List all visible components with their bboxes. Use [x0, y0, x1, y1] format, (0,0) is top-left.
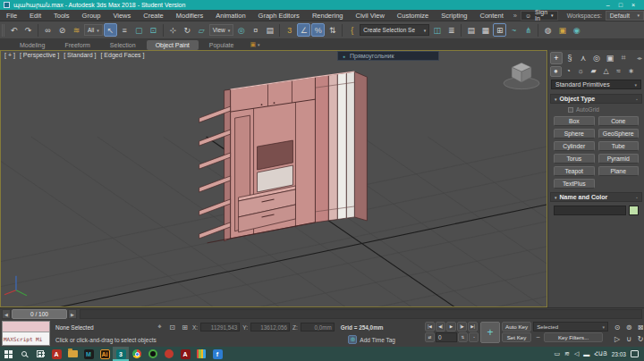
render-setup-icon[interactable]: ◍: [541, 23, 555, 37]
menu-graph-editors[interactable]: Graph Editors: [252, 10, 306, 21]
lights-category-icon[interactable]: ☼: [575, 66, 587, 77]
taskbar-app-store[interactable]: [193, 347, 209, 361]
ribbon-tab-object-paint[interactable]: Object Paint: [147, 40, 199, 50]
select-and-scale-icon[interactable]: ▱: [195, 23, 208, 37]
time-slider-handle[interactable]: 0 / 100: [12, 309, 67, 319]
previous-frame-button[interactable]: ◀|: [436, 322, 445, 332]
menu-content[interactable]: Content: [473, 10, 509, 21]
power-tray-icon[interactable]: ▭: [554, 350, 560, 357]
menu-edit[interactable]: Edit: [23, 10, 47, 21]
percent-snap-toggle-icon[interactable]: %: [311, 23, 325, 37]
material-editor-icon[interactable]: ⊞: [493, 23, 506, 37]
menubar-overflow-icon[interactable]: »: [510, 12, 521, 20]
menu-create[interactable]: Create: [137, 10, 170, 21]
taskbar-app-green[interactable]: [145, 347, 161, 361]
primitive-type-dropdown[interactable]: Standard Primitives ▾: [551, 80, 641, 89]
plane-button[interactable]: Plane: [598, 166, 640, 176]
go-to-end-button[interactable]: ▶|: [468, 322, 478, 332]
taskbar-app-red[interactable]: [161, 347, 177, 361]
cylinder-button[interactable]: Cylinder: [554, 141, 595, 151]
key-filters-button[interactable]: Key Filters...: [544, 332, 603, 342]
field-of-view-icon[interactable]: ▷: [612, 333, 623, 344]
name-and-color-rollout[interactable]: ▾ Name and Color ▪: [550, 192, 642, 202]
z-coordinate-field[interactable]: 0,0mm: [301, 323, 335, 332]
motion-tab[interactable]: ◎: [590, 52, 603, 64]
hierarchy-tab[interactable]: ⋏: [577, 52, 589, 64]
time-forward-button[interactable]: ▶: [68, 309, 77, 319]
keyboard-tray-icon[interactable]: ▬: [583, 351, 589, 357]
volume-tray-icon[interactable]: ◁: [574, 350, 579, 357]
x-coordinate-field[interactable]: 11291,543: [200, 323, 240, 332]
helpers-category-icon[interactable]: △: [600, 66, 612, 77]
network-tray-icon[interactable]: ≋: [564, 350, 570, 357]
redo-button[interactable]: ↷: [21, 23, 35, 37]
torus-button[interactable]: Torus: [554, 154, 595, 164]
ribbon-tab-freeform[interactable]: Freeform: [55, 40, 98, 50]
box-button[interactable]: Box: [554, 116, 595, 126]
track-bar[interactable]: [80, 309, 642, 319]
taskbar-app-reader[interactable]: A: [177, 347, 193, 361]
isolate-selection-icon[interactable]: ⌖: [155, 323, 165, 332]
select-and-link-icon[interactable]: ∞: [41, 23, 55, 37]
maxscript-mini-listener[interactable]: MAXScript Mi: [2, 321, 50, 346]
zoom-all-icon[interactable]: ⊚: [623, 322, 634, 332]
y-coordinate-field[interactable]: 13612,056: [250, 323, 290, 332]
tube-button[interactable]: Tube: [598, 141, 640, 151]
menu-views[interactable]: Views: [106, 10, 137, 21]
toolbar-drag-handle[interactable]: [2, 24, 4, 37]
absolute-mode-transform-icon[interactable]: ⊞: [180, 323, 190, 332]
viewport-menu-shading[interactable]: [ Edged Faces ]: [100, 52, 144, 58]
add-time-tag[interactable]: ⊕ Add Time Tag: [348, 335, 395, 344]
menu-animation[interactable]: Animation: [209, 10, 251, 21]
sign-in-button[interactable]: ☺ Sign In ▾: [521, 11, 558, 21]
language-indicator[interactable]: ՀԱՅ: [594, 350, 606, 357]
auto-key-button[interactable]: Auto Key: [502, 322, 531, 332]
maxscript-listener-field[interactable]: MAXScript Mi: [3, 332, 49, 345]
task-view-button[interactable]: [32, 347, 48, 361]
sphere-button[interactable]: Sphere: [554, 129, 595, 139]
select-object-button[interactable]: ↖: [104, 23, 117, 37]
start-button[interactable]: [0, 347, 16, 361]
display-tab[interactable]: ▣: [604, 52, 616, 64]
viewport-menu-general[interactable]: [ + ]: [4, 52, 15, 58]
key-mode-toggle[interactable]: ⇄: [425, 332, 435, 342]
menu-civil-view[interactable]: Civil View: [349, 10, 390, 21]
rendered-frame-window-icon[interactable]: ▣: [555, 23, 569, 37]
perspective-viewport[interactable]: [ + ] [ Perspective ] [ Standard ] [ Edg…: [0, 50, 547, 307]
next-frame-button[interactable]: |▶: [457, 322, 467, 332]
render-production-icon[interactable]: ◉: [570, 23, 583, 37]
reference-coordinate-dropdown[interactable]: View ▾: [209, 24, 234, 36]
set-keys-button[interactable]: +: [480, 322, 500, 343]
menu-rendering[interactable]: Rendering: [306, 10, 350, 21]
wardrobe-model[interactable]: [199, 71, 368, 243]
keyboard-override-icon[interactable]: ▤: [263, 23, 276, 37]
close-button[interactable]: ×: [631, 2, 635, 8]
taskbar-search-button[interactable]: [16, 347, 32, 361]
curve-editor-icon[interactable]: ~: [507, 23, 521, 37]
viewcube[interactable]: [504, 63, 539, 88]
play-button[interactable]: ▶: [446, 322, 456, 332]
zoom-icon[interactable]: ⊙: [612, 322, 623, 332]
geosphere-button[interactable]: GeoSphere: [598, 129, 640, 139]
named-selection-sets-field[interactable]: Create Selection Se ▾: [360, 24, 429, 36]
window-crossing-toggle-icon[interactable]: ⊡: [147, 23, 160, 37]
shapes-category-icon[interactable]: ◔: [563, 66, 574, 77]
rectangular-selection-region-icon[interactable]: ▢: [132, 23, 146, 37]
align-icon[interactable]: ≣: [445, 23, 458, 37]
teapot-button[interactable]: Teapot: [554, 166, 595, 176]
geometry-category-icon[interactable]: ●: [550, 66, 562, 77]
utilities-tab[interactable]: ⌗: [617, 52, 630, 64]
taskbar-app-explorer[interactable]: [64, 347, 80, 361]
current-frame-field[interactable]: 0: [436, 332, 457, 342]
menu-group[interactable]: Group: [76, 10, 107, 21]
selection-lock-icon[interactable]: ⊡: [167, 323, 177, 332]
menu-tools[interactable]: Tools: [47, 10, 76, 21]
select-and-rotate-icon[interactable]: ↻: [181, 23, 194, 37]
taskbar-app-maya[interactable]: M: [80, 347, 97, 361]
taskbar-app-3dsmax[interactable]: 3: [113, 347, 129, 361]
cameras-category-icon[interactable]: ▰: [588, 66, 599, 77]
menu-customize[interactable]: Customize: [391, 10, 435, 21]
frame-spinner[interactable]: ⇅: [458, 332, 468, 342]
create-tab[interactable]: +: [550, 52, 563, 64]
menu-file[interactable]: File: [0, 10, 23, 21]
